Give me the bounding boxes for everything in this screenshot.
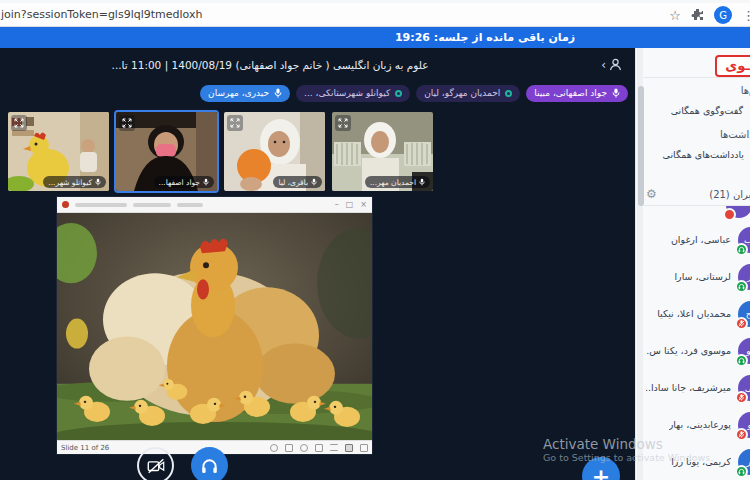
speaker-pill[interactable]: کیوانلو شهرستانکی، ... [296, 85, 410, 102]
speaker-pill[interactable]: احمدیان مهرگو، لیان [416, 85, 520, 102]
screen: join?sessionToken=gls9lql9tmedloxh ☆ G ⋮… [0, 0, 750, 480]
maximize-icon[interactable]: □ [346, 201, 354, 209]
participant-name: پورعابدینی، بهار [669, 419, 731, 430]
speaker-pills: جواد اصفهانی، مبینا احمدیان مهرگو، لیان … [200, 85, 628, 102]
audio-headphones-button[interactable] [191, 447, 228, 480]
sidebar-scrollbar[interactable] [637, 48, 643, 480]
extensions-puzzle-icon[interactable] [691, 6, 704, 25]
speaker-pill-label: حیدری، مهرسان [208, 88, 269, 98]
remaining-time-text: زمان باقی مانده از جلسه: 19:26 [395, 31, 575, 44]
video-tile[interactable]: باقری، لیا [224, 112, 325, 191]
viewer-tool-icon[interactable] [285, 444, 293, 452]
viewer-tool-icon[interactable] [315, 444, 323, 452]
status-badge [735, 391, 748, 404]
headphones-icon [738, 283, 745, 290]
avatar: مو [738, 338, 750, 364]
avatar: کر [738, 449, 750, 475]
mic-off-icon [738, 394, 745, 401]
gear-icon[interactable]: ⚙ [646, 188, 657, 200]
status-badge [735, 243, 748, 256]
notes-section-label: یادداشت‌ها [644, 122, 750, 142]
participant-row[interactable]: پو پورعابدینی، بهار [644, 406, 750, 443]
participant-row[interactable]: مح محمدیان اعلا، نیکیا [644, 295, 750, 332]
avatar: لر [738, 264, 750, 290]
slide-image-hen-with-chicks [57, 213, 372, 440]
viewer-tool-icon[interactable] [360, 444, 368, 452]
minimize-icon[interactable]: – [335, 201, 339, 209]
status-badge [735, 317, 748, 330]
mic-icon [419, 178, 425, 186]
participant-name: عباسی، ارغوان [671, 234, 731, 245]
mic-off-icon [738, 431, 745, 438]
viewer-titlebar: – □ × [57, 197, 372, 213]
browser-profile-avatar[interactable]: G [714, 6, 732, 24]
mic-icon [311, 178, 317, 186]
participant-row[interactable]: عب عباسی، ارغوان [644, 221, 750, 258]
status-badge [723, 208, 736, 221]
expand-fullscreen-icon[interactable] [11, 115, 27, 131]
chevron-left-icon: ‹ [601, 59, 606, 71]
users-count-label: کاربران (21) [709, 189, 750, 200]
video-tile[interactable]: احمدیان مهر... [332, 112, 433, 191]
participant-name: میرشریف، جانا سادا... [646, 382, 731, 393]
video-tile-label: باقری، لیا [273, 176, 322, 188]
users-header: کاربران (21) ⚙ [644, 181, 750, 206]
expand-fullscreen-icon[interactable] [227, 115, 243, 131]
mic-icon [203, 178, 209, 186]
headphones-icon [738, 246, 745, 253]
browser-address-bar: join?sessionToken=gls9lql9tmedloxh ☆ G ⋮ [0, 0, 750, 27]
participant-name: کریمی، یونا رزا [671, 456, 731, 467]
status-badge [735, 280, 748, 293]
participants-toggle-button[interactable]: ‹ [601, 57, 623, 72]
avatar: می [738, 375, 750, 401]
speaker-pill[interactable]: جواد اصفهانی، مبینا [526, 85, 628, 102]
camera-off-button[interactable] [137, 447, 174, 480]
speaker-pill[interactable]: حیدری، مهرسان [200, 85, 290, 102]
status-badge [735, 428, 748, 441]
public-chat-label: گفت‌وگوی همگانی [671, 105, 743, 116]
call-controls [137, 447, 228, 480]
mic-icon [274, 88, 282, 98]
viewer-tool-icon[interactable] [345, 444, 353, 452]
session-time-banner: زمان باقی مانده از جلسه: 19:26 [0, 27, 750, 48]
video-tile-active-speaker[interactable]: جواد اصفها... [116, 112, 217, 191]
close-icon[interactable]: × [360, 201, 367, 209]
participant-row-partial[interactable] [644, 206, 750, 221]
messages-section-label: پیام‌ها [644, 78, 750, 98]
camera-off-icon [146, 457, 166, 475]
viewer-tool-icon[interactable] [300, 444, 308, 452]
headphones-icon [738, 357, 745, 364]
browser-menu-icon[interactable]: ⋮ [742, 8, 750, 23]
video-tile[interactable]: کیوانلو شهر... [8, 112, 109, 191]
expand-fullscreen-icon[interactable] [119, 115, 135, 131]
status-badge [735, 354, 748, 367]
mic-icon [612, 88, 620, 98]
status-badge [735, 465, 748, 478]
participant-name: موسوی فرد، یکتا س... [646, 345, 731, 356]
participant-row[interactable]: لر لرستانی، سارا [644, 258, 750, 295]
speaker-pill-label: کیوانلو شهرستانکی، ... [304, 88, 390, 98]
brand-logo: ـلــوی [715, 55, 750, 77]
public-chat-item[interactable]: گفت‌وگوی همگانی [644, 98, 750, 122]
public-notes-item[interactable]: یادداشت‌های همگانی [644, 142, 750, 167]
mic-icon [95, 178, 101, 186]
public-notes-label: یادداشت‌های همگانی [663, 149, 745, 160]
add-action-button[interactable]: + [582, 457, 620, 480]
viewer-tool-icon[interactable] [330, 444, 338, 451]
speaker-pill-label: احمدیان مهرگو، لیان [424, 88, 500, 98]
avatar: عب [738, 227, 750, 253]
speaker-pill-label: جواد اصفهانی، مبینا [534, 88, 607, 98]
mic-off-icon [738, 320, 745, 327]
viewer-tool-icon[interactable] [270, 444, 278, 452]
bookmark-star-icon[interactable]: ☆ [669, 9, 681, 22]
participant-name: لرستانی، سارا [674, 271, 731, 282]
listening-dot-icon [395, 90, 402, 97]
url-text[interactable]: join?sessionToken=gls9lql9tmedloxh [1, 8, 202, 21]
headphones-icon [200, 457, 219, 475]
expand-fullscreen-icon[interactable] [335, 115, 351, 131]
participant-row[interactable]: مو موسوی فرد، یکتا س... [644, 332, 750, 369]
participant-row[interactable]: می میرشریف، جانا سادا... [644, 369, 750, 406]
participant-row[interactable]: کر کریمی، یونا رزا [644, 443, 750, 480]
viewer-app-icon [62, 201, 69, 208]
avatar [726, 206, 750, 218]
